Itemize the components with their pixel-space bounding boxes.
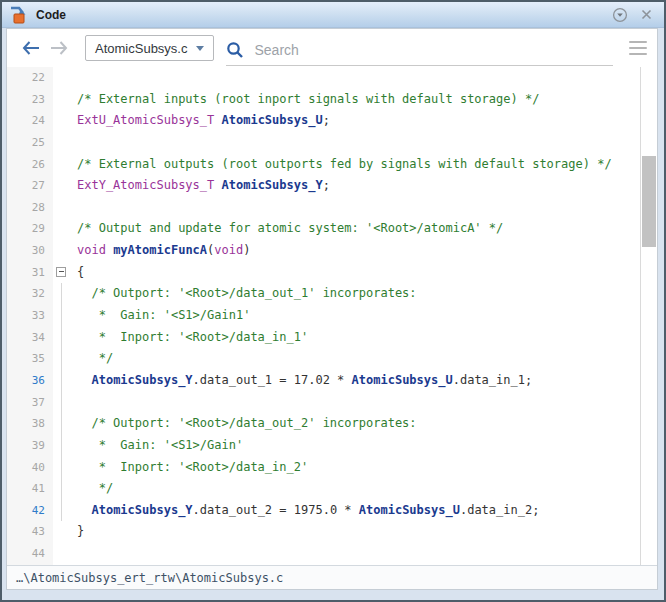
line-number: 25	[7, 132, 53, 154]
code-text: /* External inputs (root inport signals …	[71, 89, 539, 111]
fold-gutter	[53, 500, 71, 522]
fold-gutter	[53, 392, 71, 414]
line-number: 40	[7, 457, 53, 479]
statusbar: …\AtomicSubsys_ert_rtw\AtomicSubsys.c	[7, 565, 657, 589]
code-line[interactable]: 32 /* Outport: '<Root>/data_out_1' incor…	[7, 283, 640, 305]
fold-gutter	[53, 197, 71, 219]
code-line[interactable]: 33 * Gain: '<S1>/Gain1'	[7, 305, 640, 327]
code-line[interactable]: 28	[7, 197, 640, 219]
fold-gutter	[53, 175, 71, 197]
line-number: 42	[7, 500, 53, 522]
code-line[interactable]: 22	[7, 67, 640, 89]
code-line[interactable]: 31{	[7, 262, 640, 284]
fold-gutter	[53, 348, 71, 370]
code-text: }	[71, 521, 84, 543]
code-text	[71, 197, 77, 219]
menu-icon[interactable]	[629, 41, 647, 55]
code-line[interactable]: 30void myAtomicFuncA(void)	[7, 240, 640, 262]
fold-gutter	[53, 413, 71, 435]
code-text	[71, 67, 77, 89]
code-text: */	[71, 478, 113, 500]
fold-gutter	[53, 478, 71, 500]
file-selector-dropdown[interactable]: AtomicSubsys.c	[85, 35, 214, 61]
code-line[interactable]: 29/* Output and update for atomic system…	[7, 218, 640, 240]
line-number: 37	[7, 392, 53, 414]
line-number: 30	[7, 240, 53, 262]
line-number: 23	[7, 89, 53, 111]
line-number: 28	[7, 197, 53, 219]
code-text: /* Outport: '<Root>/data_out_1' incorpor…	[71, 283, 417, 305]
fold-gutter	[53, 218, 71, 240]
code-text: ExtY_AtomicSubsys_T AtomicSubsys_Y;	[71, 175, 330, 197]
fold-gutter	[53, 327, 71, 349]
line-number: 26	[7, 154, 53, 176]
fold-gutter	[53, 132, 71, 154]
code-line[interactable]: 27ExtY_AtomicSubsys_T AtomicSubsys_Y;	[7, 175, 640, 197]
code-window: Code	[0, 0, 666, 602]
code-text	[71, 132, 77, 154]
code-line[interactable]: 37	[7, 392, 640, 414]
code-line[interactable]: 43}	[7, 521, 640, 543]
close-icon[interactable]	[636, 6, 656, 24]
code-panel: AtomicSubsys.c 2223/* External inputs (r…	[6, 28, 658, 590]
code-text: ExtU_AtomicSubsys_T AtomicSubsys_U;	[71, 110, 330, 132]
line-number: 44	[7, 543, 53, 565]
scrollbar-thumb[interactable]	[642, 156, 656, 247]
line-number: 43	[7, 521, 53, 543]
code-text: /* External outputs (root outports fed b…	[71, 154, 612, 176]
line-number: 27	[7, 175, 53, 197]
fold-gutter	[53, 457, 71, 479]
code-line[interactable]: 24ExtU_AtomicSubsys_T AtomicSubsys_U;	[7, 110, 640, 132]
search-icon	[226, 41, 244, 59]
code-line[interactable]: 41 */	[7, 478, 640, 500]
code-line[interactable]: 23/* External inputs (root inport signal…	[7, 89, 640, 111]
code-line[interactable]: 36 AtomicSubsys_Y.data_out_1 = 17.02 * A…	[7, 370, 640, 392]
code-line[interactable]: 42 AtomicSubsys_Y.data_out_2 = 1975.0 * …	[7, 500, 640, 522]
arrow-left-icon	[21, 40, 41, 56]
titlebar: Code	[2, 2, 664, 28]
code-lines: 2223/* External inputs (root inport sign…	[7, 67, 640, 565]
fold-gutter	[53, 67, 71, 89]
line-number: 29	[7, 218, 53, 240]
line-number: 24	[7, 110, 53, 132]
line-number: 35	[7, 348, 53, 370]
fold-gutter	[53, 305, 71, 327]
search-input[interactable]	[252, 41, 613, 59]
fold-gutter	[53, 110, 71, 132]
window-title: Code	[36, 8, 66, 22]
file-selector-value: AtomicSubsys.c	[95, 41, 187, 56]
fold-gutter	[53, 435, 71, 457]
fold-collapse-icon[interactable]	[56, 267, 66, 277]
code-text: * Gain: '<S1>/Gain1'	[71, 305, 250, 327]
code-text: * Gain: '<S1>/Gain'	[71, 435, 243, 457]
code-line[interactable]: 34 * Inport: '<Root>/data_in_1'	[7, 327, 640, 349]
code-line[interactable]: 39 * Gain: '<S1>/Gain'	[7, 435, 640, 457]
arrow-right-icon	[49, 40, 69, 56]
code-text: */	[71, 348, 113, 370]
code-text	[71, 392, 77, 414]
code-line[interactable]: 25	[7, 132, 640, 154]
line-number: 22	[7, 67, 53, 89]
fold-gutter	[53, 154, 71, 176]
line-number: 41	[7, 478, 53, 500]
fold-gutter	[53, 543, 71, 565]
fold-gutter	[53, 283, 71, 305]
code-line[interactable]: 38 /* Outport: '<Root>/data_out_2' incor…	[7, 413, 640, 435]
toolbar: AtomicSubsys.c	[7, 29, 657, 67]
file-path: …\AtomicSubsys_ert_rtw\AtomicSubsys.c	[16, 571, 283, 585]
code-line[interactable]: 26/* External outputs (root outports fed…	[7, 154, 640, 176]
fold-gutter	[53, 262, 71, 284]
search-field	[226, 35, 613, 66]
dock-options-icon[interactable]	[610, 6, 630, 24]
code-text: void myAtomicFuncA(void)	[71, 240, 250, 262]
forward-button[interactable]	[47, 36, 71, 60]
back-button[interactable]	[19, 36, 43, 60]
vertical-scrollbar[interactable]	[640, 67, 657, 565]
code-line[interactable]: 35 */	[7, 348, 640, 370]
code-editor: 2223/* External inputs (root inport sign…	[7, 67, 657, 565]
code-line[interactable]: 44	[7, 543, 640, 565]
line-number: 38	[7, 413, 53, 435]
simulink-code-icon	[10, 6, 30, 24]
code-line[interactable]: 40 * Inport: '<Root>/data_in_2'	[7, 457, 640, 479]
fold-gutter	[53, 370, 71, 392]
